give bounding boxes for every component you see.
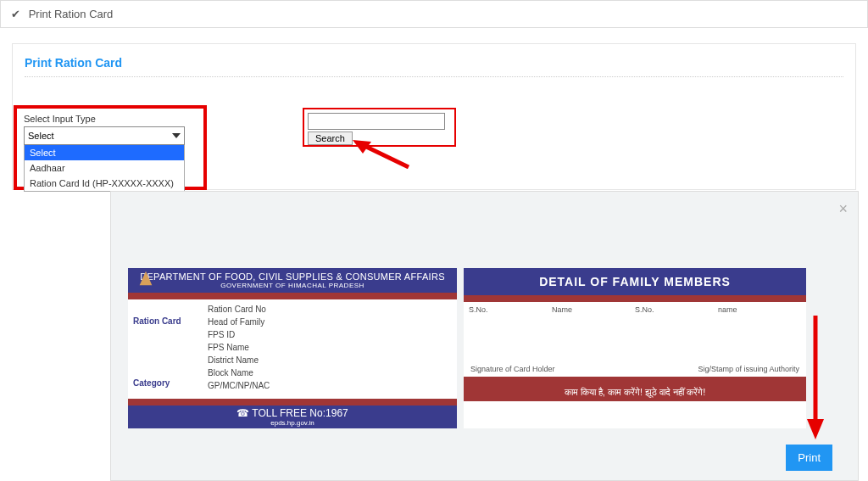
family-members-panel: DETAIL OF FAMILY MEMBERS S.No. Name S.No… (464, 268, 806, 428)
govt-name: GOVERNMENT OF HIMACHAL PRADESH (128, 282, 457, 289)
sig-holder: Signature of Card Holder (470, 365, 555, 373)
signature-row: Signature of Card Holder Sig/Stamp of is… (464, 356, 806, 377)
field-district: District Name (208, 355, 270, 365)
family-table-head: S.No. Name S.No. name (464, 302, 806, 317)
page-title: Print Ration Card (29, 8, 114, 20)
family-header: DETAIL OF FAMILY MEMBERS (464, 268, 806, 295)
toll-free-footer: ☎ TOLL FREE No:1967 epds.hp.gov.in (128, 405, 457, 428)
close-icon[interactable]: × (838, 200, 848, 218)
chevron-down-icon (172, 133, 181, 138)
field-gp: GP/MC/NP/NAC (208, 381, 270, 390)
ration-card-label: Ration Card (133, 316, 199, 326)
card-fields: Ration Card Category Ration Card No Head… (128, 299, 457, 399)
field-block: Block Name (208, 368, 270, 378)
category-label: Category (133, 378, 199, 388)
ration-card-left-panel: DEPARTMENT OF FOOD, CIVIL SUPPLIES & CON… (128, 268, 457, 428)
input-type-dropdown: Select Aadhaar Ration Card Id (HP-XXXXX-… (24, 145, 185, 192)
slogan-banner: काम किया है, काम करेंगे! झूठे वादे नहीं … (464, 383, 806, 401)
arrow-annotation-print (805, 314, 826, 441)
col-sno2: S.No. (635, 305, 718, 314)
arrow-annotation-search (351, 138, 410, 169)
site-text: epds.hp.gov.in (130, 419, 455, 427)
select-input-type-highlight: Select Input Type Select Select Aadhaar … (14, 105, 207, 190)
col-name2: name (718, 305, 801, 314)
input-type-select[interactable]: Select (24, 126, 185, 145)
col-sno: S.No. (469, 305, 552, 314)
decorative-strip (464, 295, 806, 302)
print-button[interactable]: Print (786, 445, 832, 471)
svg-line-0 (363, 145, 409, 167)
svg-marker-2 (140, 271, 153, 286)
search-input[interactable] (308, 113, 445, 130)
dropdown-option-aadhaar[interactable]: Aadhaar (25, 160, 184, 176)
select-input-type-label: Select Input Type (24, 114, 197, 124)
dept-name: DEPARTMENT OF FOOD, CIVIL SUPPLIES & CON… (128, 271, 457, 282)
card-title: Print Ration Card (25, 56, 843, 77)
decorative-strip (464, 377, 806, 383)
check-icon: ✔ (11, 8, 20, 20)
decorative-strip (128, 293, 457, 299)
field-rationno: Ration Card No (208, 305, 270, 314)
emblem-icon (136, 270, 155, 288)
col-name: Name (552, 305, 635, 314)
sig-authority: Sig/Stamp of issuing Authority (698, 365, 799, 373)
ration-card-preview: DEPARTMENT OF FOOD, CIVIL SUPPLIES & CON… (128, 268, 806, 428)
dropdown-option-select[interactable]: Select (25, 145, 184, 160)
breadcrumb-bar: ✔ Print Ration Card (0, 0, 868, 28)
svg-marker-4 (807, 419, 824, 439)
select-current-value: Select (28, 131, 54, 141)
field-head: Head of Family (208, 317, 270, 327)
search-button[interactable]: Search (308, 131, 353, 145)
print-modal: × DEPARTMENT OF FOOD, CIVIL SUPPLIES & C… (110, 191, 859, 481)
field-fpsid: FPS ID (208, 330, 270, 339)
dropdown-option-rationid[interactable]: Ration Card Id (HP-XXXXX-XXXX) (25, 176, 184, 191)
toll-free-text: ☎ TOLL FREE No:1967 (236, 407, 348, 419)
field-fpsname: FPS Name (208, 343, 270, 352)
dept-header: DEPARTMENT OF FOOD, CIVIL SUPPLIES & CON… (128, 268, 457, 293)
decorative-strip (128, 399, 457, 405)
